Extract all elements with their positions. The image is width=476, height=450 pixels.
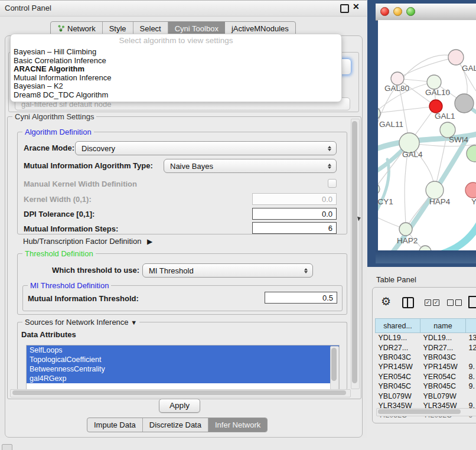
node-gal10 [427,75,441,89]
dropdown-item[interactable]: Basic Correlation Inference [14,57,106,66]
node-gcy1 [378,184,380,194]
select-all-check-icon[interactable]: ✓ [433,299,439,306]
node-green-right [467,145,476,162]
node-gal2 [448,50,464,65]
network-window-titlebar[interactable] [376,4,476,21]
node-label: GAL1 [435,112,455,120]
threshold-definition-group: Threshold Definition Which threshold to … [17,253,347,315]
table-row[interactable]: YDR27...YDR27...12 [376,343,476,352]
mi-steps-field[interactable]: 6 [252,222,337,234]
node-label: SWI4 [449,135,468,144]
dropdown-item[interactable]: Dream8 DC_TDC Algorithm [14,91,108,100]
which-threshold-label: Which threshold to use: [52,266,139,275]
minimized-panel-icon[interactable] [2,444,12,450]
node-label: GAL [462,64,476,73]
collapse-down-icon: ▼ [131,319,137,326]
settings-horizontal-scrollbar[interactable] [10,389,351,397]
dpi-tolerance-label: DPI Tolerance [0,1]: [24,210,94,219]
float-window-icon[interactable] [340,4,349,13]
left-panel: Control Panel ✕ Network Style Select Cyn… [0,0,367,438]
bottom-tab-bar: Impute Data Discretize Data Infer Networ… [87,418,268,432]
zoom-traffic-light[interactable] [406,7,415,16]
dropdown-item[interactable]: Bayesian – Hill Climbing [14,48,96,57]
column-header[interactable]: name [420,319,466,333]
minimize-traffic-light[interactable] [393,7,402,16]
node-label: GAL80 [384,84,409,93]
mi-threshold-label: Mutual Information Threshold: [28,294,139,303]
tab-infer-network[interactable]: Infer Network [208,418,267,432]
combo-spinner-icon [323,146,336,151]
table-row[interactable]: YBL079WYBL079W [376,391,476,400]
combo-spinner-icon [323,164,336,169]
cyni-algorithm-settings-group: Cyni Algorithm Settings Algorithm Defini… [7,116,361,399]
column-header[interactable]: A [466,319,476,333]
network-canvas[interactable]: GAL GAL80 GAL10 GAL1 GAL11 SWI4 GAL4 GCY… [378,20,476,250]
deselect-all-icon[interactable] [455,299,462,306]
node-label: GCY1 [378,197,393,206]
mi-threshold-field[interactable]: 0.5 [265,292,337,304]
table-row[interactable]: YER054CYER054C8. [376,372,476,381]
dropdown-item[interactable]: Mutual Information Inference [14,74,111,83]
node-table[interactable]: shared... name A YDL19...YDL19...13 YDR2… [375,318,476,420]
combo-spinner-icon [299,268,312,273]
dropdown-placeholder: Select algorithm to view settings [11,36,341,45]
table-row[interactable]: YDL19...YDL19...13 [376,333,476,343]
table-panel-title: Table Panel [376,275,416,284]
list-item[interactable]: gal4RGexp [27,374,339,383]
settings-group-title: Cyni Algorithm Settings [12,112,96,121]
mi-steps-label: Mutual Information Steps: [24,224,118,233]
mi-type-label: Mutual Information Algorithm Type: [24,161,153,170]
apply-button[interactable]: Apply [159,399,200,413]
network-window[interactable]: GAL GAL80 GAL10 GAL1 GAL11 SWI4 GAL4 GCY… [367,0,476,267]
network-graph: GAL GAL80 GAL10 GAL1 GAL11 SWI4 GAL4 GCY… [378,20,476,250]
show-columns-icon[interactable] [402,297,414,308]
gear-icon[interactable]: ⚙ [381,296,391,307]
column-header[interactable]: shared... [376,319,420,333]
network-window-bottom-frame [376,250,476,263]
threshold-definition-title: Threshold Definition [22,249,96,258]
data-attributes-list: SelfLoops TopologicalCoefficient Between… [26,345,340,391]
node-label: GAL10 [425,88,450,97]
manual-kernel-checkbox[interactable] [328,179,337,188]
node-hap2 [399,223,412,236]
node-bottom [419,246,431,250]
tab-discretize-data[interactable]: Discretize Data [143,418,208,432]
aracne-mode-label: Aracne Mode: [24,144,74,152]
node-label: HAP4 [429,197,451,206]
dropdown-item-aracne[interactable]: ARACNE Algorithm [14,65,84,74]
export-table-icon[interactable] [468,296,476,308]
deselect-all-icon[interactable] [447,299,454,306]
node-hap4 [426,181,444,199]
node-gray [455,94,474,113]
kernel-width-field[interactable]: 0.0 [252,193,337,205]
expand-right-icon: ▶ [147,237,152,246]
algorithm-dropdown-list: Select algorithm to view settings Bayesi… [10,34,342,102]
sources-group: Sources for Network Inference ▼ Data Att… [17,322,347,390]
which-threshold-combobox[interactable]: MI Threshold [142,263,313,278]
dpi-tolerance-field[interactable]: 0.0 [252,208,337,220]
table-row[interactable]: YPR145WYPR145W9. [376,362,476,371]
close-traffic-light[interactable] [380,7,389,16]
table-row[interactable]: YBR045CYBR045C9. [376,381,476,391]
list-item[interactable]: BetweennessCentrality [27,364,339,374]
table-horizontal-scrollbar[interactable] [376,408,476,416]
tab-impute-data[interactable]: Impute Data [87,418,143,432]
algorithm-definition-title: Algorithm Definition [22,128,94,136]
sources-title[interactable]: Sources for Network Inference ▼ [22,318,139,327]
mi-type-combobox[interactable]: Naive Bayes [164,159,337,173]
network-icon [57,24,65,34]
list-item[interactable]: TopologicalCoefficient [27,355,339,364]
select-all-check-icon[interactable]: ✓ [425,299,431,306]
hub-definition-toggle[interactable]: Hub/Transcription Factor Definition ▶ [23,237,152,246]
list-scrollbar[interactable] [330,346,339,390]
node-gal80 [391,72,404,85]
table-row[interactable]: YBR043CYBR043C [376,353,476,362]
settings-vertical-scrollbar[interactable] [351,119,360,389]
close-icon[interactable]: ✕ [353,2,360,11]
node-label: GAL11 [379,120,403,129]
list-item[interactable]: SelfLoops [27,345,339,355]
table-panel: ⚙ ✓ ✓ shared... name A YDL19...YDL19...1… [372,287,476,423]
dropdown-item[interactable]: Bayesian – K2 [14,82,63,91]
kernel-width-label: Kernel Width (0,1): [24,195,92,204]
aracne-mode-combobox[interactable]: Discovery [75,141,337,155]
